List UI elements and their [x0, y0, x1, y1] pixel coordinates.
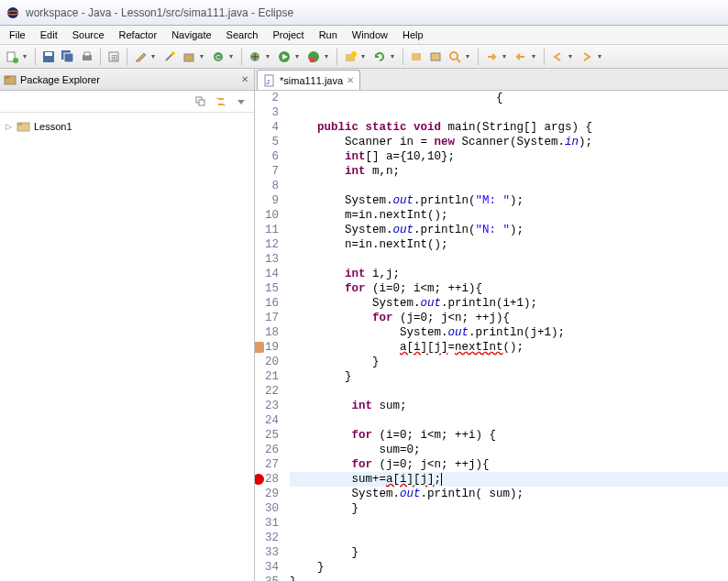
print-button[interactable]: [79, 49, 95, 65]
menu-source[interactable]: Source: [65, 27, 112, 42]
refresh-button[interactable]: [371, 49, 388, 65]
code-line[interactable]: [290, 516, 728, 531]
svg-point-24: [450, 52, 458, 60]
code-line[interactable]: }: [290, 575, 728, 581]
code-line[interactable]: for (j=0; j<n; ++j){: [290, 457, 728, 472]
close-view-icon[interactable]: ✕: [239, 74, 250, 84]
code-line[interactable]: System.out.println( sum);: [290, 487, 728, 501]
code-line[interactable]: }: [290, 355, 728, 369]
menu-project[interactable]: Project: [265, 27, 311, 42]
code-line[interactable]: for (i=0; i<m; ++i) {: [290, 428, 728, 443]
view-menu-icon[interactable]: [234, 94, 248, 109]
package-button[interactable]: [181, 49, 197, 65]
menu-file[interactable]: File: [2, 27, 33, 42]
code-line[interactable]: sum+=a[i][j];: [290, 472, 728, 487]
code-line[interactable]: [290, 179, 728, 193]
run-last-button[interactable]: [305, 49, 322, 65]
open-task-button[interactable]: [427, 49, 444, 65]
menu-window[interactable]: Window: [345, 27, 395, 42]
dropdown-icon[interactable]: ▾: [466, 52, 473, 60]
code-line[interactable]: m=in.nextInt();: [290, 208, 728, 223]
line-number: 16: [255, 296, 279, 311]
code-line[interactable]: int[] a={10,10};: [290, 149, 728, 164]
dropdown-icon[interactable]: ▾: [266, 52, 273, 60]
code-line[interactable]: }: [290, 560, 728, 575]
dropdown-icon[interactable]: ▾: [502, 52, 510, 60]
code-line[interactable]: sum=0;: [290, 443, 728, 457]
code-line[interactable]: [290, 531, 728, 545]
dropdown-icon[interactable]: ▾: [229, 52, 237, 60]
code-line[interactable]: int m,n;: [290, 164, 728, 179]
code-line[interactable]: for (j=0; j<n; ++j){: [290, 311, 728, 325]
line-number: 27: [255, 457, 279, 472]
code-line[interactable]: for (i=0; i<m; ++i){: [290, 281, 728, 296]
view-title: Package Explorer: [20, 74, 239, 85]
link-editor-icon[interactable]: [214, 94, 228, 109]
code-line[interactable]: a[i][j]=nextInt();: [290, 340, 728, 355]
code-line[interactable]: Scanner in = new Scanner(System.in);: [290, 135, 728, 149]
code-line[interactable]: [290, 413, 728, 428]
run-button[interactable]: [276, 49, 292, 65]
code-line[interactable]: }: [290, 545, 728, 560]
dropdown-icon[interactable]: ▾: [23, 52, 30, 60]
code-line[interactable]: System.out.println(j+1);: [290, 325, 728, 340]
prev-annotation-button[interactable]: [513, 49, 529, 65]
code-line[interactable]: int sum;: [290, 399, 728, 413]
code-content[interactable]: { public static void main(String[] args)…: [284, 91, 728, 581]
code-line[interactable]: n=in.nextInt();: [290, 237, 728, 252]
next-annotation-button[interactable]: [483, 49, 500, 65]
close-tab-icon[interactable]: ✕: [347, 75, 354, 85]
expand-icon[interactable]: ▷: [6, 122, 17, 131]
dropdown-icon[interactable]: ▾: [568, 52, 576, 60]
code-line[interactable]: }: [290, 501, 728, 516]
dropdown-icon[interactable]: ▾: [598, 52, 605, 60]
edit-button[interactable]: [132, 49, 149, 65]
new-button[interactable]: [4, 49, 20, 65]
new-project-button[interactable]: [342, 49, 358, 65]
line-number: 29: [255, 487, 279, 501]
code-line[interactable]: [290, 384, 728, 399]
project-node[interactable]: ▷ Lesson1: [6, 118, 248, 135]
code-line[interactable]: [290, 252, 728, 267]
search-button[interactable]: [447, 49, 463, 65]
code-line[interactable]: }: [290, 369, 728, 384]
code-line[interactable]: {: [290, 91, 728, 105]
menu-search[interactable]: Search: [219, 27, 266, 42]
dropdown-icon[interactable]: ▾: [295, 52, 303, 60]
code-line[interactable]: [290, 105, 728, 120]
menu-help[interactable]: Help: [395, 27, 431, 42]
back-button[interactable]: [549, 49, 566, 65]
dropdown-icon[interactable]: ▾: [200, 52, 207, 60]
menu-refactor[interactable]: Refactor: [112, 27, 165, 42]
dropdown-icon[interactable]: ▾: [361, 52, 369, 60]
dropdown-icon[interactable]: ▾: [151, 52, 159, 60]
line-number: 21: [255, 369, 279, 384]
build-button[interactable]: ⊞: [105, 49, 122, 65]
forward-button[interactable]: [579, 49, 595, 65]
code-line[interactable]: System.out.println(i+1);: [290, 296, 728, 311]
class-button[interactable]: C: [210, 49, 226, 65]
view-header: Package Explorer ✕: [0, 69, 254, 91]
save-button[interactable]: [40, 49, 57, 65]
dropdown-icon[interactable]: ▾: [391, 52, 398, 60]
code-editor[interactable]: 2345678910111213141516171819202122232425…: [255, 91, 728, 581]
menu-edit[interactable]: Edit: [33, 27, 65, 42]
open-type-button[interactable]: [408, 49, 425, 65]
code-line[interactable]: System.out.println("N: ");: [290, 223, 728, 237]
code-line[interactable]: public static void main(String[] args) {: [290, 120, 728, 135]
line-number: 15: [255, 281, 279, 296]
debug-button[interactable]: [247, 49, 263, 65]
code-line[interactable]: System.out.println("M: ");: [290, 193, 728, 208]
editor-tab[interactable]: J *sima111.java ✕: [257, 70, 360, 90]
menu-navigate[interactable]: Navigate: [164, 27, 218, 42]
dropdown-icon[interactable]: ▾: [325, 52, 332, 60]
save-all-button[interactable]: [60, 49, 76, 65]
line-number: 7: [255, 164, 279, 179]
editor-tabs: J *sima111.java ✕: [255, 69, 728, 91]
project-tree[interactable]: ▷ Lesson1: [0, 113, 254, 140]
code-line[interactable]: int i,j;: [290, 267, 728, 281]
wand-button[interactable]: [161, 49, 178, 65]
dropdown-icon[interactable]: ▾: [532, 52, 539, 60]
menu-run[interactable]: Run: [312, 27, 345, 42]
collapse-all-icon[interactable]: [193, 94, 208, 109]
